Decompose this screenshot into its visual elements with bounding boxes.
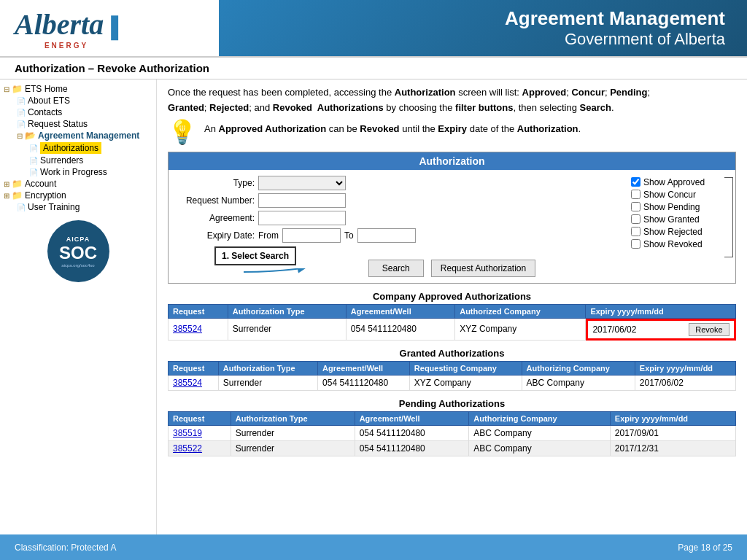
- table-row: 385524 Surrender 054 5411120480 XYZ Comp…: [169, 376, 736, 391]
- logo-text: Alberta: [15, 8, 104, 41]
- show-revoked-row: Show Revoked: [631, 239, 715, 249]
- sidebar-item-label: Request Status: [28, 119, 88, 129]
- aicpa-bottom: aicpa.org/soc4so: [61, 263, 94, 268]
- page-number: Page 18 of 25: [678, 542, 732, 553]
- folder-closed-icon: ⊞: [4, 192, 9, 200]
- from-label: From: [258, 230, 279, 241]
- sidebar-item-label: Agreement Management: [38, 131, 139, 141]
- agreement-input[interactable]: [258, 211, 346, 225]
- sidebar-item-agreement-management[interactable]: ⊟ 📂 Agreement Management: [4, 130, 152, 141]
- classification-label: Classification: Protected A: [15, 542, 116, 553]
- auth-form: Authorization Type: Request Number:: [168, 152, 736, 284]
- table-row: 385524 Surrender 054 5411120480 XYZ Comp…: [169, 318, 736, 341]
- request-authorization-button[interactable]: Request Authorization: [431, 260, 535, 277]
- show-concur-label: Show Concur: [643, 190, 696, 200]
- agreement-well-cell: 054 5411120480: [355, 426, 469, 441]
- agreement-well-cell: 054 5411120480: [355, 441, 469, 456]
- agreement-label: Agreement:: [174, 213, 255, 223]
- auth-form-title: Authorization: [169, 152, 735, 170]
- expiry-cell: 2017/12/31: [610, 441, 735, 456]
- show-pending-checkbox[interactable]: [631, 202, 640, 211]
- sidebar-item-surrenders[interactable]: 📄 Surrenders: [4, 155, 152, 166]
- doc-icon: 📄: [29, 157, 38, 165]
- show-rejected-checkbox[interactable]: [631, 227, 640, 236]
- folder-open-icon: ⊟: [4, 85, 9, 93]
- agreement-well-cell: 054 5411120480: [346, 318, 454, 341]
- sidebar-item-label: Encryption: [25, 190, 66, 201]
- request-link[interactable]: 385524: [169, 318, 228, 341]
- header-title-line2: Government of Alberta: [505, 30, 725, 49]
- show-concur-checkbox[interactable]: [631, 190, 640, 199]
- col-header-auth-type: Authorization Type: [218, 362, 317, 376]
- granted-table: Request Authorization Type Agreement/Wel…: [168, 361, 736, 391]
- col-header-agreement-well: Agreement/Well: [346, 304, 454, 318]
- sidebar-item-label: Surrenders: [40, 155, 83, 166]
- header-logo: Alberta▐ ENERGY: [0, 0, 219, 56]
- header-right: Agreement Management Government of Alber…: [219, 0, 747, 56]
- auth-type-cell: Surrender: [218, 376, 317, 391]
- company-approved-section: Company Approved Authorizations Request …: [168, 291, 736, 341]
- revoke-button[interactable]: Revoke: [689, 323, 729, 336]
- col-header-expiry: Expiry yyyy/mm/dd: [610, 412, 735, 426]
- sidebar-item-label: Contacts: [28, 107, 62, 117]
- sidebar-item-ets-home[interactable]: ⊟ 📁 ETS Home: [4, 83, 152, 95]
- expiry-date-label: Expiry Date:: [174, 230, 255, 241]
- search-button[interactable]: Search: [368, 260, 424, 277]
- auth-type-cell: Surrender: [231, 441, 355, 456]
- show-approved-row: Show Approved: [631, 177, 715, 187]
- sidebar-item-label: About ETS: [28, 96, 70, 106]
- col-header-request: Request: [169, 304, 228, 318]
- expiry-cell: 2017/06/02: [635, 376, 735, 391]
- sidebar-item-encryption[interactable]: ⊞ 📁 Encryption: [4, 190, 152, 201]
- sidebar-item-request-status[interactable]: 📄 Request Status: [4, 118, 152, 130]
- sidebar-item-account[interactable]: ⊞ 📁 Account: [4, 178, 152, 190]
- footer: Classification: Protected A Page 18 of 2…: [0, 534, 747, 560]
- sidebar-item-about-ets[interactable]: 📄 About ETS: [4, 95, 152, 106]
- sidebar-item-contacts[interactable]: 📄 Contacts: [4, 106, 152, 118]
- show-granted-label: Show Granted: [643, 214, 700, 225]
- doc-icon: 📄: [29, 144, 38, 152]
- sidebar-item-label: Work in Progress: [40, 167, 107, 177]
- logo-energy: ENERGY: [15, 42, 118, 50]
- show-pending-label: Show Pending: [643, 202, 700, 212]
- col-header-request: Request: [169, 412, 231, 426]
- requesting-company-cell: XYZ Company: [409, 376, 522, 391]
- col-header-agreement-well: Agreement/Well: [318, 362, 410, 376]
- folder-icon: 📁: [12, 179, 23, 189]
- lightbulb-icon: 💡: [168, 118, 197, 146]
- sidebar-item-work-in-progress[interactable]: 📄 Work in Progress: [4, 166, 152, 178]
- agreement-well-cell: 054 5411120480: [318, 376, 410, 391]
- doc-icon: 📄: [17, 203, 26, 211]
- expiry-revoke-cell: 2017/06/02 Revoke: [586, 319, 735, 341]
- col-header-request: Request: [169, 362, 219, 376]
- expiry-from-input[interactable]: [282, 228, 341, 243]
- request-number-input[interactable]: [258, 193, 346, 208]
- company-approved-table: Request Authorization Type Agreement/Wel…: [168, 304, 736, 341]
- request-link[interactable]: 385524: [169, 376, 219, 391]
- sidebar-item-authorizations[interactable]: 📄 Authorizations: [4, 141, 152, 155]
- sidebar-item-user-training[interactable]: 📄 User Training: [4, 201, 152, 213]
- col-header-expiry: Expiry yyyy/mm/dd: [635, 362, 735, 376]
- auth-type-cell: Surrender: [231, 426, 355, 441]
- authorizing-company-cell: ABC Company: [522, 376, 635, 391]
- show-granted-checkbox[interactable]: [631, 214, 640, 224]
- intro-text: An Approved Authorization can be Revoked…: [204, 122, 581, 137]
- show-revoked-checkbox[interactable]: [631, 239, 640, 249]
- show-approved-checkbox[interactable]: [631, 177, 640, 187]
- description-text: Once the request has been completed, acc…: [168, 85, 736, 116]
- doc-icon: 📄: [29, 168, 38, 176]
- type-select[interactable]: [258, 176, 346, 190]
- authorizing-company-cell: ABC Company: [469, 441, 610, 456]
- type-label: Type:: [174, 178, 255, 188]
- folder-closed-icon: ⊞: [4, 180, 9, 188]
- folder-icon: 📁: [12, 190, 23, 201]
- request-link[interactable]: 385519: [169, 426, 231, 441]
- col-header-requesting-company: Requesting Company: [409, 362, 522, 376]
- sidebar-item-label: Authorizations: [40, 142, 101, 154]
- request-link[interactable]: 385522: [169, 441, 231, 456]
- select-search-callout: 1. Select Search: [214, 246, 296, 265]
- filter-bracket: [724, 177, 733, 257]
- expiry-to-input[interactable]: [357, 228, 416, 243]
- select-search-box: 1. Select Search: [214, 246, 296, 265]
- pending-title: Pending Authorizations: [168, 398, 736, 409]
